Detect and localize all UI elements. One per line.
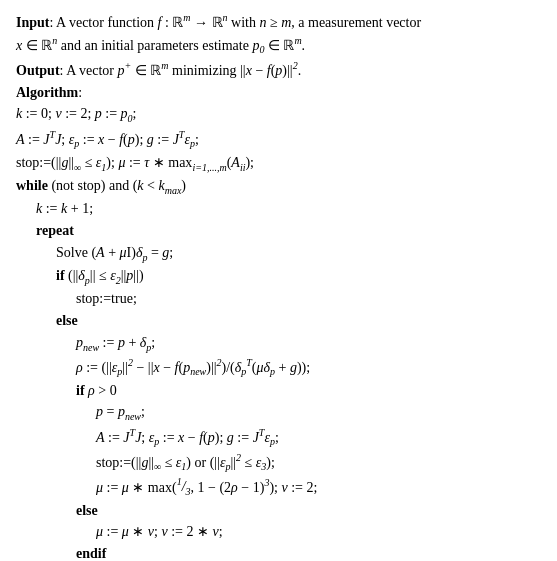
line-if2: if ρ > 0 — [16, 380, 541, 402]
line-endif1: endif — [16, 543, 541, 561]
line-A: A := JTJ; εp := x − f(p); g := JTεp; — [16, 127, 541, 152]
output-label: Output — [16, 63, 60, 78]
output-line: Output: A vector p+ ∈ ℝm minimizing ||x … — [16, 58, 541, 81]
output-text: : A vector p+ ∈ ℝm minimizing ||x − f(p)… — [60, 63, 302, 78]
line-update-A: A := JTJ; εp := x − f(p); g := JTεp; — [16, 425, 541, 450]
line-p-assign: p = pnew; — [16, 401, 541, 424]
line-else1: else — [16, 310, 541, 332]
line-stop-cond: stop:=(||g||∞ ≤ ε1) or (||εp||2 ≤ ε3); — [16, 450, 541, 475]
line-repeat: repeat — [16, 220, 541, 242]
line-mu-update1: μ := μ ∗ max(1/3, 1 − (2ρ − 1)3); ν := 2… — [16, 475, 541, 500]
line-while: while (not stop) and (k < kmax) — [16, 175, 541, 198]
line-init: k := 0; ν := 2; p := p0; — [16, 103, 541, 126]
line-solve: Solve (A + μI)δp = g; — [16, 242, 541, 265]
line-mu-update2: μ := μ ∗ ν; ν := 2 ∗ ν; — [16, 521, 541, 543]
line-k-inc: k := k + 1; — [16, 198, 541, 220]
line-if1: if (||δp|| ≤ ε2||p||) — [16, 265, 541, 288]
line-pnew: pnew := p + δp; — [16, 332, 541, 355]
line-stop-true: stop:=true; — [16, 288, 541, 310]
line-else2: else — [16, 500, 541, 522]
line-rho: ρ := (||εp||2 − ||x − f(pnew)||2)/(δpT(μ… — [16, 355, 541, 380]
input-text: : A vector function f : ℝm → ℝn with n ≥… — [49, 15, 421, 30]
input-line2: x ∈ ℝn and an initial parameters estimat… — [16, 33, 541, 58]
input-line: Input: A vector function f : ℝm → ℝn wit… — [16, 10, 541, 33]
line-stop-init: stop:=(||g||∞ ≤ ε1); μ := τ ∗ maxi=1,...… — [16, 152, 541, 175]
input-label: Input — [16, 15, 49, 30]
algorithm-label: Algorithm: — [16, 82, 541, 104]
algorithm-block: Input: A vector function f : ℝm → ℝn wit… — [16, 10, 541, 561]
input-x: x — [16, 38, 22, 53]
